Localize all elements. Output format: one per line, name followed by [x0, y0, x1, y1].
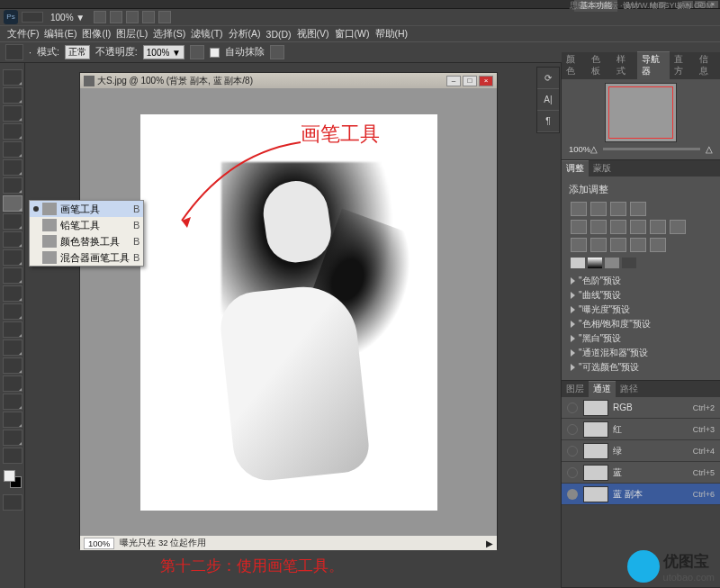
color-swatches[interactable] — [4, 470, 22, 488]
menu-3d[interactable]: 3D(D) — [265, 29, 293, 40]
visibility-icon[interactable] — [567, 424, 578, 435]
flyout-item-pencil[interactable]: 铅笔工具 B — [30, 217, 143, 233]
flyout-item-color-replace[interactable]: 颜色替换工具 B — [30, 233, 143, 249]
tab-color[interactable]: 颜色 — [562, 52, 587, 79]
visibility-icon[interactable] — [567, 446, 578, 457]
tab-info[interactable]: 信息 — [695, 52, 720, 79]
preset-hue[interactable]: "色相/饱和度"预设 — [565, 317, 716, 331]
menu-file[interactable]: 文件(F) — [5, 28, 40, 41]
brush-tool[interactable] — [3, 195, 22, 212]
channel-row[interactable]: 蓝 Ctrl+5 — [562, 462, 720, 484]
healing-tool[interactable] — [3, 177, 22, 194]
mode-dropdown[interactable]: 正常 — [65, 45, 90, 59]
adj-bw-icon[interactable] — [630, 220, 646, 234]
menu-filter[interactable]: 滤镜(T) — [189, 28, 224, 41]
document-titlebar[interactable]: 大S.jpg @ 100% (背景 副本, 蓝 副本/8) – □ × — [80, 73, 497, 88]
zoom-level[interactable]: 100% ▼ — [50, 13, 85, 23]
dodge-tool[interactable] — [3, 303, 22, 320]
quickmask-tool[interactable] — [3, 494, 22, 511]
adj-hue-icon[interactable] — [590, 220, 607, 234]
move-tool[interactable] — [3, 69, 22, 86]
mru-dropdown[interactable] — [22, 12, 43, 23]
flyout-item-mixer-brush[interactable]: 混合器画笔工具 B — [30, 249, 143, 266]
history-brush-tool[interactable] — [3, 231, 22, 248]
adj-poster-icon[interactable] — [590, 238, 607, 252]
zoom-in-icon[interactable]: △ — [706, 144, 713, 154]
eyedropper-tool[interactable] — [3, 159, 22, 176]
adj-brightness-icon[interactable] — [571, 202, 587, 216]
preset-exposure[interactable]: "曝光度"预设 — [565, 303, 716, 317]
app-logo-icon[interactable]: Ps — [4, 10, 18, 24]
gradient-tool[interactable] — [3, 267, 22, 284]
visibility-icon[interactable] — [567, 489, 578, 500]
nav-zoom-value[interactable]: 100% — [569, 144, 590, 154]
path-select-tool[interactable] — [3, 357, 22, 374]
menu-select[interactable]: 选择(S) — [151, 28, 187, 41]
hand-tool[interactable] — [3, 430, 22, 446]
menu-image[interactable]: 图像(I) — [80, 28, 112, 41]
screen-icon[interactable] — [158, 11, 171, 23]
adj-threshold-icon[interactable] — [610, 238, 626, 252]
blur-tool[interactable] — [3, 285, 22, 302]
grad-preset-icon[interactable] — [588, 258, 602, 268]
3d-tool[interactable] — [3, 394, 22, 410]
preset-levels[interactable]: "色阶"预设 — [565, 274, 716, 288]
adj-photo-icon[interactable] — [650, 220, 666, 234]
crop-tool[interactable] — [3, 141, 22, 158]
pen-tool[interactable] — [3, 321, 22, 338]
tab-layers[interactable]: 图层 — [562, 382, 589, 397]
zoom-tool[interactable] — [3, 448, 22, 464]
canvas-area[interactable]: 画笔工具 — [80, 88, 497, 536]
tab-adjust[interactable]: 调整 — [562, 160, 589, 176]
tab-mask[interactable]: 蒙版 — [589, 161, 616, 176]
menu-layer[interactable]: 图层(L) — [114, 28, 149, 41]
adj-curves-icon[interactable] — [610, 202, 626, 216]
menu-view[interactable]: 视图(V) — [295, 28, 331, 41]
navigator-thumbnail[interactable] — [605, 83, 677, 142]
shape-tool[interactable] — [3, 375, 22, 392]
adj-balance-icon[interactable] — [610, 220, 626, 234]
tab-navigator[interactable]: 导航器 — [637, 51, 670, 79]
wand-tool[interactable] — [3, 123, 22, 140]
paragraph-panel-icon[interactable]: ¶ — [537, 111, 559, 132]
visibility-icon[interactable] — [567, 467, 578, 478]
hand-icon[interactable] — [94, 11, 106, 23]
doc-maximize-icon[interactable]: □ — [463, 76, 477, 86]
menu-edit[interactable]: 编辑(E) — [42, 28, 78, 41]
gray-preset-icon[interactable] — [605, 258, 619, 268]
rotate-icon[interactable] — [126, 11, 139, 23]
nav-zoom-slider[interactable] — [603, 148, 700, 150]
doc-close-icon[interactable]: × — [479, 76, 493, 86]
doc-minimize-icon[interactable]: – — [446, 76, 461, 86]
preset-selective[interactable]: "可选颜色"预设 — [565, 360, 716, 375]
menu-help[interactable]: 帮助(H) — [374, 28, 410, 41]
foreground-swatch[interactable] — [4, 470, 15, 482]
adj-mixer-icon[interactable] — [670, 220, 686, 234]
levels-preset-icon[interactable] — [571, 258, 585, 268]
channel-row[interactable]: 蓝 副本 Ctrl+6 — [562, 484, 720, 505]
stamp-tool[interactable] — [3, 213, 22, 230]
zoom-out-icon[interactable]: △ — [590, 144, 598, 154]
pressure-opacity-icon[interactable] — [190, 45, 204, 59]
preset-bw[interactable]: "黑白"预设 — [565, 331, 716, 346]
lasso-tool[interactable] — [3, 105, 22, 122]
history-panel-icon[interactable]: ⟳ — [537, 68, 559, 89]
adj-vibrance-icon[interactable] — [571, 220, 587, 234]
menu-analysis[interactable]: 分析(A) — [227, 28, 263, 41]
channel-row[interactable]: 红 Ctrl+3 — [562, 419, 720, 440]
zoom-icon[interactable] — [110, 11, 122, 23]
preset-curves[interactable]: "曲线"预设 — [565, 288, 716, 303]
tab-paths[interactable]: 路径 — [616, 382, 643, 397]
tab-swatch[interactable]: 色板 — [587, 52, 612, 79]
preset-mixer[interactable]: "通道混和器"预设 — [565, 346, 716, 360]
channel-row[interactable]: RGB Ctrl+2 — [562, 397, 720, 419]
tab-channels[interactable]: 通道 — [589, 381, 616, 397]
tab-histogram[interactable]: 直方 — [670, 52, 695, 79]
pressure-size-icon[interactable] — [270, 45, 284, 59]
adj-invert-icon[interactable] — [571, 238, 587, 252]
menu-window[interactable]: 窗口(W) — [333, 28, 372, 41]
current-tool-icon[interactable] — [5, 44, 23, 60]
adj-selective-icon[interactable] — [650, 238, 666, 252]
adj-gradient-icon[interactable] — [630, 238, 646, 252]
visibility-icon[interactable] — [567, 403, 578, 413]
